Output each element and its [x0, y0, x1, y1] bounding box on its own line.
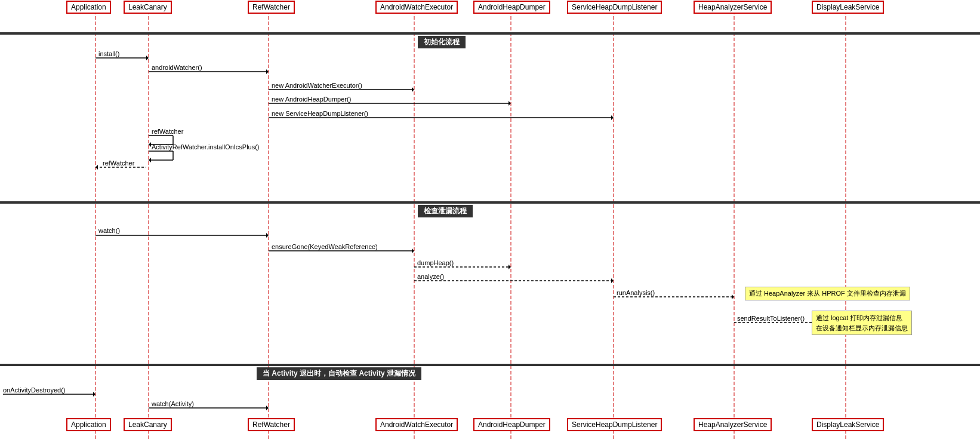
actor-displayleakservice-top: DisplayLeakService: [812, 1, 884, 14]
msg-refwatcher-return: refWatcher: [103, 159, 134, 167]
msg-androidwatcher: androidWatcher(): [152, 64, 202, 71]
msg-install: install(): [98, 50, 119, 57]
svg-marker-43: [732, 294, 734, 299]
actor-displayleakservice-bottom: DisplayLeakService: [812, 418, 884, 431]
msg-analyze: analyze(): [417, 273, 444, 280]
msg-dumpheap: dumpHeap(): [417, 259, 454, 266]
msg-sendresult: sendResultToListener(): [737, 315, 805, 322]
section-activity: 当 Activity 退出时，自动检查 Activity 泄漏情况: [257, 367, 421, 380]
diagram-svg: [0, 0, 980, 439]
msg-new-androidwatchexecutor: new AndroidWatcherExecutor(): [272, 82, 362, 89]
msg-watch: watch(): [98, 227, 120, 234]
svg-marker-37: [412, 248, 414, 253]
svg-marker-15: [146, 56, 149, 60]
svg-marker-19: [412, 87, 414, 92]
svg-marker-27: [149, 142, 151, 147]
actor-androidwatchexecutor-top: AndroidWatchExecutor: [375, 1, 458, 14]
msg-onactivitydestroyed: onActivityDestroyed(): [3, 386, 66, 394]
svg-marker-23: [611, 115, 614, 120]
actor-heapanalyzerservice-top: HeapAnalyzerService: [694, 1, 772, 14]
svg-marker-31: [149, 158, 151, 162]
note-heapanalyzer: 通过 HeapAnalyzer 来从 HPROF 文件里检查内存泄漏: [745, 287, 910, 300]
actor-heapanalyzerservice-bottom: HeapAnalyzerService: [694, 418, 772, 431]
svg-marker-33: [95, 165, 98, 170]
actor-leakcanary-top: LeakCanary: [124, 1, 172, 14]
section-init: 初始化流程: [418, 36, 466, 48]
actor-serviceheapdumplistener-bottom: ServiceHeapDumpListener: [567, 418, 662, 431]
actor-refwatcher-bottom: RefWatcher: [248, 418, 295, 431]
sequence-diagram: Application LeakCanary RefWatcher Androi…: [0, 0, 980, 439]
msg-new-androidheapdumper: new AndroidHeapDumper(): [272, 96, 351, 103]
svg-marker-39: [509, 265, 511, 269]
actor-application-bottom: Application: [66, 418, 111, 431]
svg-marker-49: [266, 406, 269, 410]
svg-marker-41: [611, 278, 614, 283]
msg-watch-activity: watch(Activity): [152, 400, 194, 407]
actor-serviceheapdumplistener-top: ServiceHeapDumpListener: [567, 1, 662, 14]
actor-androidwatchexecutor-bottom: AndroidWatchExecutor: [375, 418, 458, 431]
svg-marker-35: [266, 233, 269, 238]
section-leak-check: 检查泄漏流程: [418, 205, 473, 217]
msg-activityrefwatcher-install: ActivityRefWatcher.installOnIcsPlus(): [152, 143, 260, 151]
actor-application-top: Application: [66, 1, 111, 14]
actor-androidheapdumper-top: AndroidHeapDumper: [473, 1, 550, 14]
svg-marker-47: [93, 392, 95, 397]
actor-leakcanary-bottom: LeakCanary: [124, 418, 172, 431]
note-logcat: 通过 logcat 打印内存泄漏信息在设备通知栏显示内存泄漏信息: [812, 311, 912, 335]
msg-ensuregone: ensureGone(KeyedWeakReference): [272, 243, 378, 250]
svg-marker-17: [266, 69, 269, 74]
msg-runanalysis: runAnalysis(): [617, 289, 655, 296]
svg-marker-21: [509, 101, 511, 106]
msg-refwatcher-self: refWatcher: [152, 128, 183, 135]
actor-refwatcher-top: RefWatcher: [248, 1, 295, 14]
msg-new-serviceheapdumplistener: new ServiceHeapDumpListener(): [272, 110, 368, 117]
actor-androidheapdumper-bottom: AndroidHeapDumper: [473, 418, 550, 431]
